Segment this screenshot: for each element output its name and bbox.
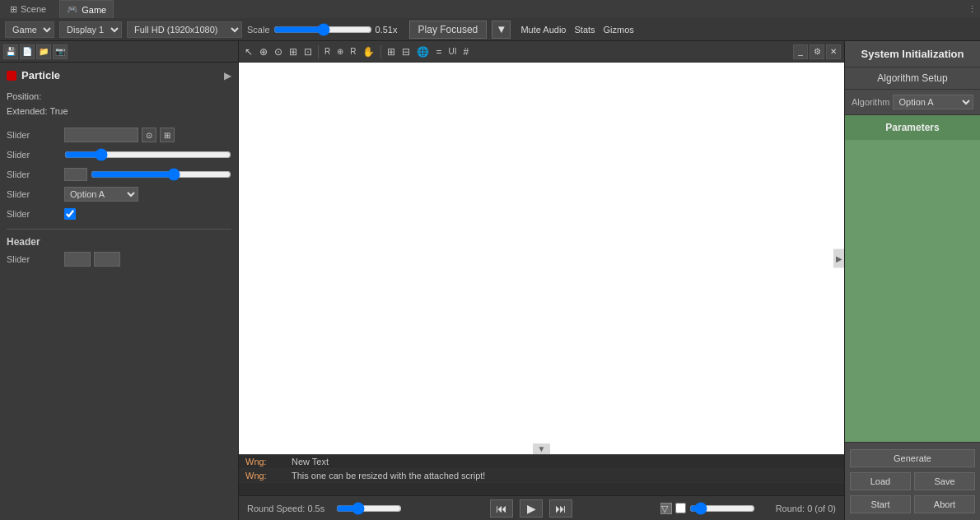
save-button[interactable]: Save xyxy=(914,472,975,490)
scale-tool-btn[interactable]: ⊞ xyxy=(287,44,300,60)
prop-color-picker-1[interactable]: ⊞ xyxy=(160,128,175,142)
window-controls: _ ⚙ ✕ xyxy=(793,44,841,59)
gizmos-button[interactable]: Gizmos xyxy=(602,25,636,35)
pivot-btn[interactable]: ⊕ xyxy=(334,44,346,60)
move-tool-btn[interactable]: ⊕ xyxy=(257,44,270,60)
main-toolbar: Game Display 1 Full HD (1920x1080) Scale… xyxy=(0,18,980,41)
game-view-toolbar: ↖ ⊕ ⊙ ⊞ ⊡ R ⊕ R ✋ ⊞ ⊟ 🌐 = UI # _ ⚙ ✕ xyxy=(239,41,844,63)
cursor-tool-btn[interactable]: ↖ xyxy=(242,44,255,60)
tab-scene[interactable]: ⊞ Scene xyxy=(3,0,53,18)
right-buttons-area: Generate Load Save Start Abort xyxy=(845,442,980,520)
generate-button[interactable]: Generate xyxy=(850,449,975,467)
property-row-4: Slider xyxy=(7,206,231,222)
resolution-dropdown-group: Full HD (1920x1080) xyxy=(127,21,242,38)
play-pause-btn[interactable]: ▶ xyxy=(520,499,543,518)
scale-label: Scale xyxy=(247,25,270,35)
new-file-icon[interactable]: 📄 xyxy=(20,44,35,59)
sys-init-header: System Initialization xyxy=(845,41,980,67)
record-checkbox[interactable] xyxy=(675,503,686,513)
game-view-canvas: ▼ ▶ xyxy=(239,63,844,454)
tab-bar: ⊞ Scene 🎮 Game ⋮ xyxy=(0,0,980,18)
algo-select[interactable]: Option A Option B Option C xyxy=(893,95,973,109)
minimize-btn[interactable]: _ xyxy=(793,44,808,59)
tab-overflow-icon[interactable]: ⋮ xyxy=(968,4,977,15)
scale-control: Scale 0.51x xyxy=(247,23,404,36)
tab-game[interactable]: 🎮 Game xyxy=(59,0,114,18)
property-control-1 xyxy=(64,149,231,160)
skip-prev-btn[interactable]: ⏮ xyxy=(490,499,513,518)
load-save-row: Load Save xyxy=(850,472,975,490)
round-speed-slider[interactable] xyxy=(336,502,402,515)
property-label-0: Slider xyxy=(7,130,64,140)
property-label-hs: Slider xyxy=(7,254,64,264)
component-expand-arrow[interactable]: ▶ xyxy=(224,70,231,81)
prop-range-input-1[interactable] xyxy=(64,149,231,160)
abort-button[interactable]: Abort xyxy=(914,495,975,513)
console-area: Wng: New Text Wng: This one can be resiz… xyxy=(239,454,844,495)
property-row-3: Slider Option A Option B xyxy=(7,186,231,202)
prop-range-input-2[interactable] xyxy=(91,169,231,180)
property-control-0: ⊙ ⊞ xyxy=(64,128,231,142)
prop-color-box-1[interactable] xyxy=(64,252,91,267)
grid2-btn[interactable]: ⊟ xyxy=(399,44,413,60)
extended-label: Extended: True xyxy=(7,104,231,119)
component-active-dot xyxy=(7,71,16,81)
load-button[interactable]: Load xyxy=(850,472,911,490)
component-header: Particle ▶ xyxy=(7,67,231,83)
scroll-right-arrow[interactable]: ▶ xyxy=(833,249,844,268)
record-slider[interactable] xyxy=(689,502,755,515)
console-row-1: Wng: This one can be resized with the at… xyxy=(239,469,844,483)
stats-button[interactable]: Stats xyxy=(572,25,596,35)
start-button[interactable]: Start xyxy=(850,495,911,513)
params-header: Parameters xyxy=(845,115,980,140)
game-dropdown[interactable]: Game xyxy=(5,21,54,38)
property-control-3: Option A Option B xyxy=(64,187,231,202)
inspector-toolbar: 💾 📄 📁 📷 xyxy=(0,41,238,63)
prop-checkbox-4[interactable] xyxy=(64,208,76,220)
scroll-down-arrow[interactable]: ▼ xyxy=(533,443,551,454)
property-label-4: Slider xyxy=(7,209,64,219)
property-row-0: Slider ⊙ ⊞ xyxy=(7,127,231,143)
property-label-1: Slider xyxy=(7,150,64,160)
pivot2-btn[interactable]: R xyxy=(348,44,358,60)
ui-btn[interactable]: UI xyxy=(446,44,459,60)
equals-btn[interactable]: = xyxy=(433,44,444,60)
display-dropdown[interactable]: Display 1 xyxy=(59,21,122,38)
record-icon[interactable]: ▽ xyxy=(660,503,672,514)
play-focused-dropdown-arrow[interactable]: ▼ xyxy=(492,21,511,39)
round-counter: Round: 0 (of 0) xyxy=(762,504,836,513)
hand-btn[interactable]: ✋ xyxy=(360,44,377,60)
prop-dual-boxes xyxy=(64,252,120,267)
header-section-label: Header xyxy=(7,236,231,248)
close-btn[interactable]: ✕ xyxy=(826,44,841,59)
position-info: Position: Extended: True xyxy=(7,90,231,118)
skip-next-btn[interactable]: ⏭ xyxy=(549,499,572,518)
property-label-3: Slider xyxy=(7,189,64,199)
prop-color-picker-0[interactable]: ⊙ xyxy=(142,128,156,142)
hash-btn[interactable]: # xyxy=(460,44,471,60)
mute-audio-button[interactable]: Mute Audio xyxy=(519,25,567,35)
play-focused-button[interactable]: Play Focused xyxy=(409,21,488,39)
scene-tab-label: Scene xyxy=(21,4,46,14)
property-control-2 xyxy=(64,168,231,181)
camera-icon[interactable]: 📷 xyxy=(53,44,68,59)
prop-color-box-2[interactable] xyxy=(94,252,120,267)
component-name: Particle xyxy=(21,69,219,81)
globe-btn[interactable]: 🌐 xyxy=(414,44,432,60)
scale-value: 0.51x xyxy=(376,25,404,35)
grid-btn[interactable]: ⊞ xyxy=(385,44,398,60)
rotate-tool-btn[interactable]: ⊙ xyxy=(272,44,285,60)
property-row-header-slider: Slider xyxy=(7,251,231,267)
folder-icon[interactable]: 📁 xyxy=(36,44,51,59)
center-game-panel: ↖ ⊕ ⊙ ⊞ ⊡ R ⊕ R ✋ ⊞ ⊟ 🌐 = UI # _ ⚙ ✕ ▼ ▶ xyxy=(239,41,844,520)
prop-text-input-0[interactable] xyxy=(64,128,138,142)
r-mode-btn[interactable]: R xyxy=(322,44,333,60)
resolution-dropdown[interactable]: Full HD (1920x1080) xyxy=(127,21,242,38)
settings-btn[interactable]: ⚙ xyxy=(810,44,824,59)
property-label-2: Slider xyxy=(7,169,64,179)
record-area: ▽ xyxy=(660,502,755,515)
transform-tool-btn[interactable]: ⊡ xyxy=(301,44,315,60)
save-scene-icon[interactable]: 💾 xyxy=(3,44,18,59)
scale-slider[interactable] xyxy=(273,23,372,36)
prop-select-3[interactable]: Option A Option B xyxy=(64,187,138,202)
